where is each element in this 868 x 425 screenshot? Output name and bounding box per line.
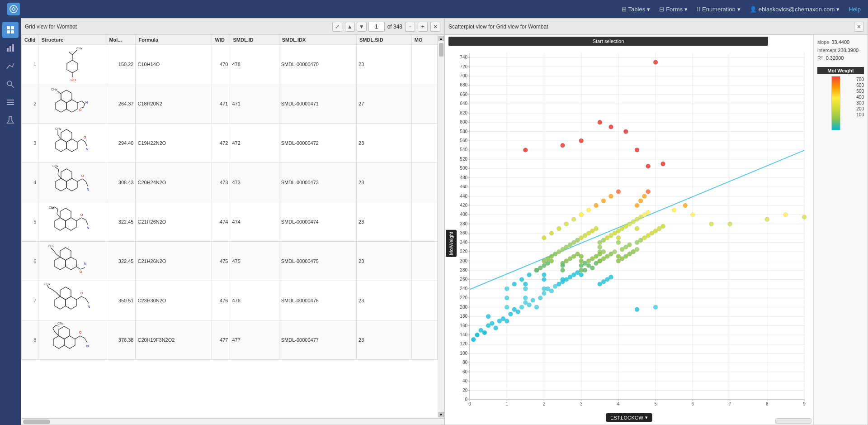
- svg-marker-46: [66, 178, 77, 191]
- svg-rect-5: [7, 48, 9, 52]
- y-axis-label-btn[interactable]: MolWeight: [446, 230, 457, 257]
- table-row[interactable]: 2 CH₃ N O 264.37 C18H20N2 471 471 SMDL-: [22, 84, 438, 124]
- cell-wid: 475: [212, 242, 230, 281]
- col-smdlidx: SMDL.IDX: [279, 35, 356, 45]
- share-button[interactable]: ⤢: [332, 22, 342, 32]
- cell-num: 1: [22, 45, 38, 84]
- vertical-scrollbar[interactable]: ▲ ▼: [438, 35, 444, 418]
- table-row[interactable]: 8 CF₃ O N 376.38 C20H19F3N2O2 477 47: [22, 320, 438, 360]
- cell-smdlidx: SMDL-00000474: [279, 202, 356, 242]
- user-menu[interactable]: 👤 eblaskovics@chemaxon.com ▾: [750, 6, 840, 13]
- svg-line-54: [86, 181, 88, 186]
- cell-smdlid: 476: [230, 281, 279, 320]
- svg-line-60: [57, 209, 58, 214]
- svg-line-98: [53, 325, 56, 328]
- cell-molweight: 150.22: [106, 45, 136, 84]
- svg-text:N: N: [84, 262, 86, 265]
- svg-text:N: N: [85, 101, 88, 104]
- app-logo: [7, 3, 20, 15]
- legend-content: 700 600 500 400 300 200 100: [817, 76, 864, 130]
- svg-marker-21: [56, 100, 66, 112]
- cell-mo: [411, 84, 437, 124]
- scroll-thumb: [439, 43, 443, 57]
- table-row[interactable]: 3 CH₃ O N 294.40 C19H22N2O 472 472 SMDL-…: [22, 124, 438, 163]
- svg-line-101: [75, 336, 80, 339]
- svg-rect-3: [7, 30, 10, 33]
- svg-marker-81: [60, 287, 71, 300]
- cell-formula: C20H24N2O: [136, 163, 212, 202]
- svg-line-76: [76, 267, 80, 269]
- cell-structure: CH₃ O N: [38, 163, 106, 202]
- table-row[interactable]: 1 OH CH₃ 150.22 C10H14O 470 478 SMDL-000…: [22, 45, 438, 84]
- tables-chevron-icon: ▾: [647, 6, 650, 13]
- cell-molweight: 264.37: [106, 84, 136, 124]
- page-input[interactable]: [368, 22, 385, 32]
- svg-line-85: [49, 288, 52, 290]
- navbar: ⊞ Tables ▾ ⊟ Forms ▾ ⁞⁞ Enumeration ▾ 👤 …: [0, 0, 868, 18]
- minus-button[interactable]: −: [405, 22, 415, 32]
- scatter-horiz-scroll[interactable]: [775, 418, 811, 424]
- x-axis-label-btn[interactable]: EST.LOGKOW ▾: [606, 413, 652, 422]
- r2-value: 0.32000: [826, 55, 844, 61]
- legend-gradient: [831, 76, 840, 130]
- intercept-label: intercept: [817, 48, 836, 53]
- svg-text:O: O: [80, 213, 83, 216]
- svg-line-53: [82, 179, 86, 181]
- svg-marker-35: [66, 139, 77, 152]
- user-icon: 👤: [750, 6, 757, 13]
- sidebar-item-chart[interactable]: [2, 40, 19, 56]
- svg-line-74: [51, 248, 53, 250]
- svg-text:CH₃: CH₃: [44, 282, 50, 286]
- forms-menu[interactable]: ⊟ Forms ▾: [659, 6, 688, 13]
- svg-marker-34: [61, 129, 72, 142]
- slope-value: 33.4400: [831, 39, 849, 45]
- scroll-up-btn[interactable]: ▲: [439, 36, 444, 41]
- legend-500: 500: [856, 89, 864, 94]
- horizontal-scrollbar[interactable]: [21, 418, 444, 425]
- col-mo: MO: [411, 35, 437, 45]
- table-row[interactable]: 7 CH₃ O N 350.51 C23H30N2O 476 476: [22, 281, 438, 320]
- sidebar-item-search[interactable]: [2, 76, 19, 92]
- prev-page-button[interactable]: ▲: [345, 22, 355, 32]
- main-layout: Grid view for Wombat ⤢ ▲ ▼ of 343 − + ✕: [0, 18, 868, 425]
- svg-marker-70: [60, 248, 71, 260]
- plus-button[interactable]: +: [418, 22, 428, 32]
- svg-text:O: O: [84, 136, 86, 139]
- svg-line-73: [53, 250, 56, 254]
- start-selection-button[interactable]: Start selection: [448, 37, 768, 46]
- cell-structure: CH₃ O N: [38, 281, 106, 320]
- table-row[interactable]: 4 CH₃ O N 308.43 C20H24N2O 473 473 SMDL: [22, 163, 438, 202]
- col-structure: Structure: [38, 35, 106, 45]
- svg-line-91: [86, 299, 89, 303]
- svg-marker-93: [53, 336, 64, 349]
- grid-panel: Grid view for Wombat ⤢ ▲ ▼ of 343 − + ✕: [21, 18, 444, 425]
- svg-marker-56: [55, 218, 66, 230]
- table-row[interactable]: 5 CH₃ O N 322.45 C21H26N2O 474 474: [22, 202, 438, 242]
- close-scatter-button[interactable]: ✕: [854, 22, 864, 32]
- cell-wid: 477: [212, 320, 230, 360]
- horiz-scroll-inner: [21, 419, 438, 425]
- scroll-down-btn[interactable]: ▼: [439, 412, 444, 417]
- sidebar-item-list[interactable]: [2, 94, 19, 110]
- close-grid-button[interactable]: ✕: [430, 22, 440, 32]
- sidebar-item-scatter[interactable]: [2, 58, 19, 74]
- cell-formula: C20H19F3N2O2: [136, 320, 212, 360]
- cell-wid: 476: [212, 281, 230, 320]
- table-row[interactable]: 6 CH₃ O N 322.45 C21H26N2O 475 475 SMDL-…: [22, 242, 438, 281]
- cell-smdlid: 472: [230, 124, 279, 163]
- x-axis-wrapper: EST.LOGKOW ▾: [606, 413, 652, 422]
- cell-num: 7: [22, 281, 38, 320]
- next-page-button[interactable]: ▼: [357, 22, 367, 32]
- help-link[interactable]: Help: [849, 6, 861, 13]
- sidebar-item-flask[interactable]: [2, 112, 19, 129]
- forms-label: Forms: [666, 6, 683, 13]
- grid-panel-title: Grid view for Wombat: [25, 24, 330, 30]
- enumeration-menu[interactable]: ⁞⁞ Enumeration ▾: [697, 6, 741, 13]
- sidebar-item-home[interactable]: [2, 22, 19, 38]
- cell-mo: [411, 281, 437, 320]
- cell-formula: C18H20N2: [136, 84, 212, 124]
- scatter-area: Start selection ⊕ ⤢ ✂ ⋯ MolWeight: [445, 35, 868, 425]
- tables-menu[interactable]: ⊞ Tables ▾: [622, 6, 651, 13]
- cell-smdlsid: 23: [357, 320, 412, 360]
- legend-300: 300: [856, 100, 864, 105]
